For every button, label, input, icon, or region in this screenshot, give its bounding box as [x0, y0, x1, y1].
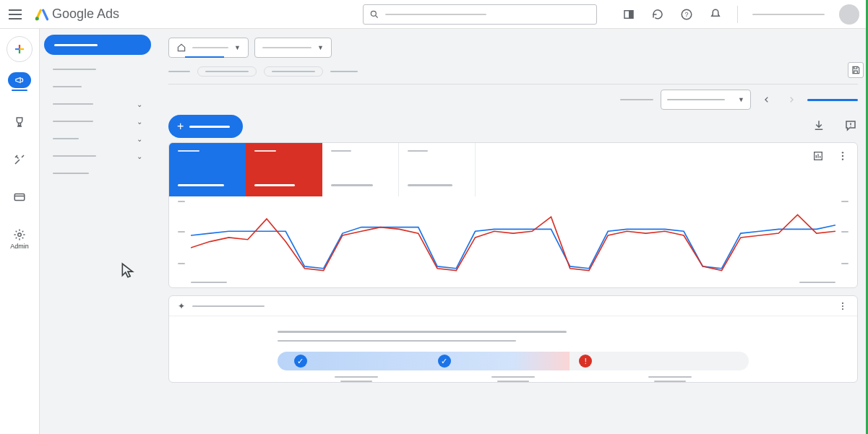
avatar[interactable] [839, 4, 859, 25]
svg-text:?: ? [684, 11, 688, 18]
sidebar-item[interactable]: ⌄ [44, 95, 151, 113]
account-label [192, 47, 228, 48]
insight-heading [278, 331, 567, 333]
svg-point-1 [371, 11, 376, 16]
crumb-filter-pill[interactable] [197, 66, 257, 77]
svg-point-7 [18, 233, 22, 237]
expand-chart-icon[interactable] [812, 150, 825, 163]
notifications-icon[interactable] [708, 7, 723, 22]
date-range-value [667, 99, 725, 100]
rail-active-indicator [12, 90, 27, 91]
metric-value [178, 184, 224, 186]
search-icon [369, 9, 379, 19]
chart-series-metric-a [191, 225, 835, 269]
metric-value [254, 184, 295, 186]
hamburger-menu-icon[interactable] [9, 6, 26, 23]
sidebar-item[interactable]: ⌄ [44, 130, 151, 147]
svg-rect-3 [629, 10, 633, 18]
progress-track: ✓ ✓ ! [278, 352, 749, 370]
next-period-button[interactable] [783, 91, 800, 108]
rail-billing[interactable] [7, 191, 33, 204]
side-panel-header[interactable] [44, 35, 151, 55]
appearance-icon[interactable] [622, 7, 636, 22]
account-selector[interactable]: ▼ [168, 38, 249, 58]
sidebar-item[interactable] [44, 61, 151, 78]
chevron-down-icon: ⌄ [137, 152, 142, 160]
metric-tile[interactable] [169, 143, 246, 196]
sidebar-item-label [53, 173, 89, 174]
progress-labels [278, 376, 749, 382]
sidebar-item[interactable]: ⌄ [44, 113, 151, 130]
refresh-icon[interactable] [650, 7, 665, 22]
account-label[interactable] [752, 14, 825, 15]
insights-title [192, 305, 265, 307]
metric-name [331, 150, 351, 152]
feedback-icon[interactable] [843, 119, 858, 134]
line-chart [191, 207, 835, 279]
home-icon [176, 43, 186, 53]
actions-row: + [168, 115, 858, 138]
filters-row: ▼ ▼ [168, 36, 858, 59]
compare-toggle[interactable] [807, 99, 858, 101]
svg-point-9 [842, 152, 843, 153]
metric-value [408, 184, 452, 186]
date-range-selector[interactable]: ▼ [661, 90, 751, 110]
new-campaign-button[interactable]: + [168, 115, 243, 138]
x-axis-start-label [191, 282, 227, 283]
metric-name [254, 150, 276, 152]
step-warn-badge: ! [579, 355, 592, 368]
svg-point-13 [842, 305, 843, 306]
card-icon [13, 191, 26, 204]
crumb-text [330, 71, 358, 72]
product-logo[interactable]: Google Ads [35, 6, 119, 22]
google-ads-logo-icon [35, 7, 49, 22]
metric-tile[interactable] [399, 143, 476, 196]
prev-period-button[interactable] [758, 91, 775, 108]
bid-strategy-progress: ✓ ✓ ! [278, 352, 749, 382]
metric-name [178, 150, 199, 152]
sidebar-item-label [53, 155, 96, 157]
insights-header: ✦ [169, 296, 857, 316]
rail-tools[interactable] [7, 153, 33, 166]
help-icon[interactable]: ? [679, 7, 694, 22]
rail-admin[interactable]: Admin [7, 228, 33, 250]
svg-point-0 [35, 17, 39, 20]
campaign-selector[interactable]: ▼ [254, 38, 332, 58]
sparkle-icon: ✦ [178, 301, 185, 311]
search-input-wrapper[interactable] [363, 4, 597, 25]
plus-icon: + [177, 121, 184, 132]
svg-rect-6 [14, 194, 25, 201]
date-summary-label [620, 99, 653, 100]
sidebar-item-label [53, 138, 79, 139]
plus-multicolor-icon [13, 43, 26, 56]
product-name: Google Ads [52, 6, 119, 22]
new-campaign-label [189, 126, 230, 128]
create-button[interactable] [7, 36, 33, 62]
metric-tile[interactable] [322, 143, 399, 196]
insight-subtext [278, 340, 516, 342]
sidebar-item[interactable] [44, 78, 151, 95]
step-done-badge: ✓ [438, 355, 451, 368]
rail-admin-label: Admin [10, 243, 29, 250]
metric-name [408, 150, 428, 152]
rail-goals[interactable] [7, 116, 33, 129]
metric-tile[interactable] [246, 143, 322, 196]
more-menu-icon[interactable] [837, 150, 850, 163]
svg-point-11 [842, 158, 843, 160]
sidebar-item-label [53, 69, 96, 70]
rail-campaigns[interactable] [7, 72, 33, 91]
download-icon[interactable] [812, 119, 826, 134]
chevron-down-icon: ⌄ [137, 118, 142, 126]
chart-series-metric-b [191, 214, 835, 270]
insights-more-icon[interactable] [837, 300, 848, 312]
gear-icon [13, 228, 26, 241]
crumb-filter-pill[interactable] [264, 66, 323, 77]
sidebar-item[interactable] [44, 165, 151, 182]
insights-body: ✓ ✓ ! [169, 316, 857, 382]
save-view-icon[interactable] [848, 62, 864, 78]
sidebar-item[interactable]: ⌄ [44, 147, 151, 165]
main-content: ▼ ▼ ▼ + [155, 29, 868, 434]
breadcrumb [168, 64, 858, 79]
header-divider [737, 6, 738, 23]
crumb-text [168, 71, 190, 72]
